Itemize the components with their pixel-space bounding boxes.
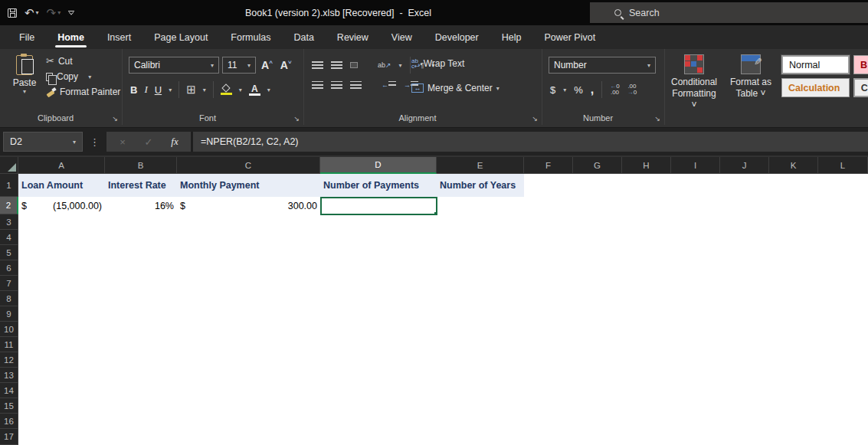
column-header-K[interactable]: K — [769, 157, 818, 174]
cell-J9[interactable] — [720, 306, 770, 322]
cell-D3[interactable] — [320, 214, 437, 231]
cell-A8[interactable] — [18, 291, 106, 307]
cell-L10[interactable] — [818, 322, 868, 338]
cell-B10[interactable] — [105, 322, 178, 338]
accounting-format-button[interactable]: $ — [550, 84, 555, 96]
cell-F14[interactable] — [524, 383, 574, 399]
cell-H6[interactable] — [622, 260, 672, 276]
cell-J11[interactable] — [720, 337, 770, 353]
cell-A15[interactable] — [18, 398, 106, 414]
column-header-H[interactable]: H — [622, 157, 671, 174]
cell-E3[interactable] — [437, 214, 525, 231]
cell-K12[interactable] — [769, 352, 819, 368]
cell-F8[interactable] — [524, 291, 574, 307]
cell-K10[interactable] — [769, 322, 819, 338]
cell-A16[interactable] — [18, 414, 106, 430]
cell-E14[interactable] — [437, 383, 525, 399]
cell-D15[interactable] — [320, 398, 437, 414]
format-painter-button[interactable]: Format Painter — [46, 87, 120, 97]
cell-G16[interactable] — [573, 414, 623, 430]
column-header-J[interactable]: J — [720, 157, 769, 174]
cell-G9[interactable] — [573, 306, 623, 322]
align-center-icon[interactable] — [331, 81, 342, 89]
cell-D4[interactable] — [320, 230, 437, 246]
cell-C5[interactable] — [177, 245, 321, 261]
cell-K2[interactable] — [769, 197, 819, 215]
cell-E4[interactable] — [437, 230, 525, 246]
cell-B1[interactable]: Interest Rate — [105, 174, 178, 198]
cell-F10[interactable] — [524, 322, 574, 338]
cell-J10[interactable] — [720, 322, 770, 338]
cell-B2[interactable]: 16% — [105, 197, 178, 215]
cell-J1[interactable] — [720, 174, 770, 198]
row-header-13[interactable]: 13 — [0, 368, 18, 383]
cell-C9[interactable] — [177, 306, 321, 322]
cell-H14[interactable] — [622, 383, 672, 399]
row-header-7[interactable]: 7 — [0, 276, 18, 291]
cell-B6[interactable] — [105, 260, 178, 276]
cell-I15[interactable] — [671, 398, 721, 414]
cell-K17[interactable] — [769, 429, 819, 445]
cell-I17[interactable] — [671, 429, 721, 445]
cell-C16[interactable] — [177, 414, 321, 430]
cell-K13[interactable] — [769, 368, 819, 384]
cell-B14[interactable] — [105, 383, 178, 399]
copy-button[interactable]: Copy ▾ — [46, 71, 120, 82]
cell-G3[interactable] — [573, 214, 623, 231]
cell-F1[interactable] — [524, 174, 574, 198]
row-header-17[interactable]: 17 — [0, 429, 18, 445]
cell-C11[interactable] — [177, 337, 321, 353]
cell-K9[interactable] — [769, 306, 819, 322]
cell-E6[interactable] — [437, 260, 525, 276]
column-header-E[interactable]: E — [437, 157, 524, 174]
cell-F3[interactable] — [524, 214, 574, 231]
cell-H16[interactable] — [622, 414, 672, 430]
column-header-L[interactable]: L — [818, 157, 868, 174]
cell-K7[interactable] — [769, 276, 819, 292]
cell-F16[interactable] — [524, 414, 574, 430]
cell-A12[interactable] — [18, 352, 106, 368]
cell-H7[interactable] — [622, 276, 672, 292]
cell-style-normal[interactable]: Normal — [781, 55, 850, 74]
search-box[interactable]: Search — [590, 2, 868, 23]
cell-L12[interactable] — [818, 352, 868, 368]
more-options-icon[interactable]: ⋮ — [90, 136, 100, 148]
column-header-I[interactable]: I — [671, 157, 720, 174]
cell-F4[interactable] — [524, 230, 574, 246]
cell-style-check[interactable]: C — [853, 78, 868, 97]
row-header-12[interactable]: 12 — [0, 352, 18, 368]
cell-A17[interactable] — [18, 429, 106, 445]
cell-J15[interactable] — [720, 398, 770, 414]
row-header-16[interactable]: 16 — [0, 414, 18, 429]
cell-G14[interactable] — [573, 383, 623, 399]
cell-C3[interactable] — [177, 214, 321, 231]
decrease-decimal-button[interactable]: .00→0 — [627, 83, 637, 96]
cell-D9[interactable] — [320, 306, 437, 322]
align-middle-icon[interactable] — [331, 61, 342, 69]
tab-help[interactable]: Help — [490, 25, 533, 49]
cell-L7[interactable] — [818, 276, 868, 292]
cell-D8[interactable] — [320, 291, 437, 307]
formula-input[interactable]: =NPER(B2/12, C2, A2) — [193, 132, 868, 152]
cell-G7[interactable] — [573, 276, 623, 292]
decrease-indent-button[interactable]: ← — [382, 81, 396, 89]
cell-L1[interactable] — [818, 174, 868, 198]
cell-B4[interactable] — [105, 230, 178, 246]
cell-A3[interactable] — [18, 214, 106, 231]
row-header-1[interactable]: 1 — [0, 174, 18, 197]
alignment-dialog-launcher[interactable]: ↘ — [532, 115, 538, 123]
cell-K8[interactable] — [769, 291, 819, 307]
cell-F17[interactable] — [524, 429, 574, 445]
cell-L4[interactable] — [818, 230, 868, 246]
font-size-select[interactable]: 11▾ — [222, 57, 256, 74]
cell-C2[interactable]: $300.00 — [177, 197, 321, 215]
cell-E7[interactable] — [437, 276, 525, 292]
cell-A1[interactable]: Loan Amount — [18, 174, 106, 198]
row-header-14[interactable]: 14 — [0, 383, 18, 398]
align-right-icon[interactable] — [350, 81, 362, 89]
cell-C4[interactable] — [177, 230, 321, 246]
row-header-15[interactable]: 15 — [0, 398, 18, 414]
cell-J3[interactable] — [720, 214, 770, 231]
cell-H15[interactable] — [622, 398, 672, 414]
align-left-icon[interactable] — [312, 81, 323, 89]
